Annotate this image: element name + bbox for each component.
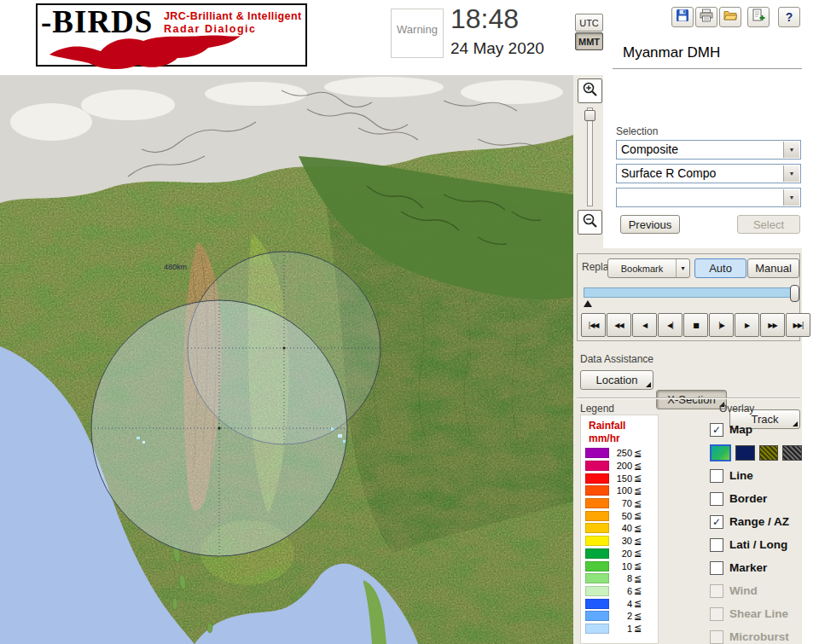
overlay-label: Overlay <box>719 403 754 415</box>
overlay-item-label: Map <box>729 423 752 436</box>
previous-button[interactable]: Previous <box>620 215 680 234</box>
magnifier-plus-icon <box>582 81 599 102</box>
skip-to-end-button[interactable]: ▶▶| <box>786 313 810 337</box>
auto-label: Auto <box>709 262 732 275</box>
palette-swatch-terrain[interactable] <box>710 444 731 461</box>
zoom-slider-track[interactable] <box>587 107 593 206</box>
map-palette-row <box>710 441 802 464</box>
palette-swatch-olive[interactable] <box>759 445 779 461</box>
step-forward-button[interactable]: |▶ <box>709 313 734 337</box>
open-folder-button[interactable] <box>719 7 741 27</box>
timeline-start-marker <box>584 300 592 307</box>
checkbox-checked[interactable]: ✓ <box>710 423 723 437</box>
zoom-slider-thumb[interactable] <box>584 110 595 121</box>
product-combobox[interactable]: Surface R Compo ▼ <box>616 164 801 183</box>
replay-mode-auto-button[interactable]: Auto <box>694 258 746 278</box>
legend-color-swatch <box>585 586 609 596</box>
checkbox-unchecked[interactable] <box>710 469 723 483</box>
zoom-out-button[interactable] <box>578 210 602 235</box>
bookmark-label: Bookmark <box>608 264 676 274</box>
stop-button[interactable]: ■ <box>683 313 708 337</box>
zoom-in-button[interactable] <box>578 78 602 103</box>
legend-row: 4≦ <box>585 597 657 610</box>
overlay-item-map[interactable]: ✓ Map <box>710 418 802 441</box>
utc-toggle-button[interactable]: UTC <box>575 14 603 32</box>
legend-color-swatch <box>585 473 609 484</box>
replay-mode-manual-button[interactable]: Manual <box>747 258 799 278</box>
save-icon <box>676 9 689 26</box>
fast-rewind-button[interactable]: ◀◀ <box>607 313 631 337</box>
lte-symbol: ≦ <box>634 548 642 559</box>
legend-value: 40 <box>609 523 632 533</box>
location-button[interactable]: Location <box>580 370 653 390</box>
replay-timeline-slider[interactable] <box>584 287 799 298</box>
chevron-down-icon[interactable]: ▼ <box>783 165 799 182</box>
palette-swatch-gray[interactable] <box>782 445 802 461</box>
legend-color-swatch <box>585 561 609 571</box>
legend-row: 2≦ <box>585 610 657 623</box>
export-button[interactable] <box>747 7 770 27</box>
chevron-down-icon[interactable]: ▾ <box>676 259 689 277</box>
mmt-toggle-button[interactable]: MMT <box>575 32 603 50</box>
palette-swatch-navy[interactable] <box>735 445 755 461</box>
app-logo: -BIRDS JRC-Brilliant & Intelligent Radar… <box>36 3 307 67</box>
fast-forward-button[interactable]: ▶▶ <box>760 313 785 337</box>
print-button[interactable] <box>695 7 717 27</box>
select-button[interactable]: Select <box>737 215 800 234</box>
overlay-item-microburst: Microburst <box>710 625 802 644</box>
play-reverse-button[interactable]: ◀ <box>632 313 657 337</box>
manual-label: Manual <box>755 262 792 275</box>
checkbox-checked[interactable]: ✓ <box>710 515 723 529</box>
legend-title: Rainfall <box>589 420 625 432</box>
legend-color-swatch <box>585 448 609 458</box>
checkbox-unchecked[interactable] <box>710 538 723 552</box>
radar-map-canvas[interactable]: 480km <box>0 75 573 644</box>
step-back-button[interactable]: ◀| <box>658 313 682 337</box>
save-button[interactable] <box>671 7 694 27</box>
overlay-options: ✓ Map Line Border ✓ Range / AZ Lati / Lo… <box>710 418 802 644</box>
legend-row: 6≦ <box>585 585 657 598</box>
timeline-slider-thumb[interactable] <box>790 285 799 302</box>
play-button[interactable]: ▶ <box>735 313 759 337</box>
warning-indicator[interactable]: Warning <box>391 9 444 58</box>
chevron-down-icon[interactable]: ▼ <box>783 142 799 158</box>
x-section-button[interactable]: X-Section <box>656 390 727 409</box>
lte-symbol: ≦ <box>634 623 642 634</box>
skip-to-start-button[interactable]: |◀◀ <box>581 313 606 337</box>
legend-value: 250 <box>609 448 632 458</box>
clock-time: 18:48 <box>450 3 519 35</box>
overlay-item-label: Microburst <box>729 630 789 643</box>
help-button[interactable]: ? <box>778 7 800 27</box>
checkbox-disabled <box>710 584 723 598</box>
empty-combobox[interactable]: ▼ <box>616 188 801 207</box>
checkbox-unchecked[interactable] <box>710 561 723 575</box>
bookmark-split-button[interactable]: Bookmark ▾ <box>607 258 690 278</box>
legend-color-swatch <box>585 511 609 521</box>
legend-value: 20 <box>609 548 632 559</box>
printer-icon <box>700 9 713 26</box>
section-divider <box>577 397 800 399</box>
overlay-item-line[interactable]: Line <box>710 464 802 487</box>
station-name: Myanmar DMH <box>623 44 720 61</box>
check-icon: ✓ <box>712 425 721 435</box>
overlay-item-range-az[interactable]: ✓ Range / AZ <box>710 510 802 533</box>
overlay-item-lati-long[interactable]: Lati / Long <box>710 533 802 556</box>
legend-value: 2 <box>609 611 632 621</box>
legend-row: 200≦ <box>585 460 657 473</box>
legend-value: 1 <box>609 624 632 634</box>
legend-color-swatch <box>585 573 609 583</box>
lte-symbol: ≦ <box>634 523 642 534</box>
checkbox-disabled <box>710 607 723 621</box>
legend-value: 4 <box>609 599 632 609</box>
checkbox-unchecked[interactable] <box>710 492 723 506</box>
chevron-down-icon[interactable]: ▼ <box>783 189 799 206</box>
composite-combobox[interactable]: Composite ▼ <box>616 140 801 160</box>
overlay-item-marker[interactable]: Marker <box>710 556 802 579</box>
legend-row: 40≦ <box>585 522 657 535</box>
overlay-item-label: Line <box>729 469 753 482</box>
legend-scale: 250≦ 200≦ 150≦ 100≦ 70≦ 50≦ 40≦ 30≦ 20≦ … <box>585 447 657 635</box>
legend-value: 8 <box>609 573 632 583</box>
overlay-item-border[interactable]: Border <box>710 487 802 510</box>
legend-color-swatch <box>585 523 609 533</box>
data-assistance-label: Data Assistance <box>580 353 653 365</box>
